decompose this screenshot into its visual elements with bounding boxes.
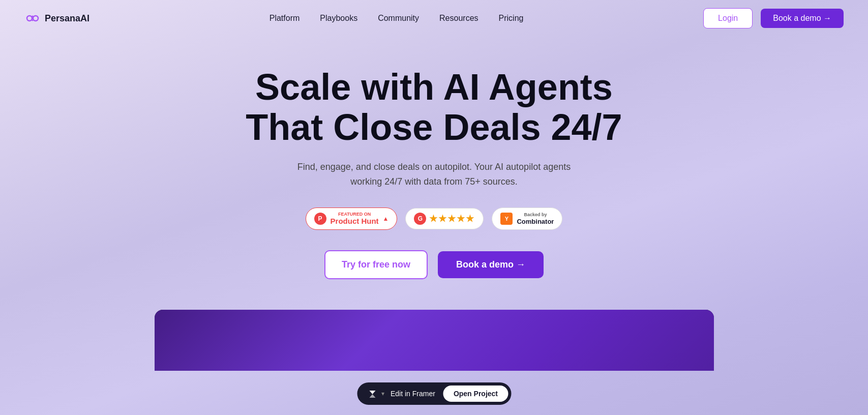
navbar: PersanaAI Platform Playbooks Community R… xyxy=(0,0,868,37)
nav-community[interactable]: Community xyxy=(378,14,419,22)
framer-logo-icon xyxy=(365,387,379,401)
framer-chevron-icon: ▾ xyxy=(381,390,384,397)
video-preview[interactable] xyxy=(155,310,714,371)
nav-playbooks[interactable]: Playbooks xyxy=(320,14,357,22)
framer-bar: ▾ Edit in Framer Open Project xyxy=(357,382,511,405)
login-button[interactable]: Login xyxy=(703,8,753,28)
star-rating: ★★★★★ xyxy=(429,213,475,224)
logo[interactable]: PersanaAI xyxy=(24,10,89,26)
product-hunt-arrow: ▲ xyxy=(383,215,389,222)
backed-by-label: Backed by xyxy=(517,212,554,218)
hero-subtitle: Find, engage, and close deals on autopil… xyxy=(292,160,577,189)
product-hunt-name: Product Hunt xyxy=(331,217,379,225)
product-hunt-badge[interactable]: P FEATURED ON Product Hunt ▲ xyxy=(306,208,398,230)
svg-marker-3 xyxy=(369,394,375,398)
framer-edit-label: Edit in Framer xyxy=(391,390,435,398)
hero-title: Scale with AI Agents That Close Deals 24… xyxy=(246,67,622,147)
nav-links: Platform Playbooks Community Resources P… xyxy=(270,14,524,23)
product-hunt-text: FEATURED ON Product Hunt xyxy=(331,212,379,225)
brand-name: PersanaAI xyxy=(45,13,89,24)
g2-icon: G xyxy=(414,213,426,225)
combinator-name: Combinator xyxy=(517,218,554,226)
featured-on-label: FEATURED ON xyxy=(331,212,379,217)
svg-point-1 xyxy=(33,16,38,21)
book-demo-nav-button[interactable]: Book a demo → xyxy=(761,9,844,28)
open-project-button[interactable]: Open Project xyxy=(443,386,508,402)
nav-pricing[interactable]: Pricing xyxy=(499,14,524,22)
hero-title-line1: Scale with AI Agents xyxy=(255,67,613,107)
yc-icon: Y xyxy=(500,213,513,225)
svg-point-0 xyxy=(27,16,32,21)
hero-section: Scale with AI Agents That Close Deals 24… xyxy=(0,37,868,391)
yc-text: Backed by Combinator xyxy=(517,212,554,225)
yc-badge[interactable]: Y Backed by Combinator xyxy=(492,208,562,230)
video-inner xyxy=(155,310,714,371)
nav-platform[interactable]: Platform xyxy=(270,14,300,22)
book-demo-hero-button[interactable]: Book a demo → xyxy=(438,251,544,278)
try-free-button[interactable]: Try for free now xyxy=(324,250,428,279)
stars-badge: G ★★★★★ xyxy=(405,208,484,229)
hero-title-line2: That Close Deals 24/7 xyxy=(246,107,622,147)
nav-actions: Login Book a demo → xyxy=(703,8,844,28)
social-proof-badges: P FEATURED ON Product Hunt ▲ G ★★★★★ Y B… xyxy=(306,208,563,230)
svg-marker-2 xyxy=(369,391,375,394)
cta-buttons: Try for free now Book a demo → xyxy=(324,250,544,279)
product-hunt-icon: P xyxy=(314,213,326,225)
nav-resources[interactable]: Resources xyxy=(439,14,478,22)
logo-icon xyxy=(24,10,41,26)
